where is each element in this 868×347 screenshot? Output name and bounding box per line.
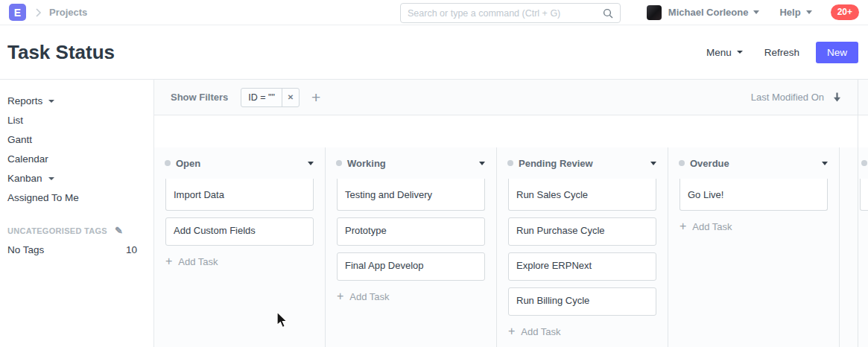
column-title: Open (176, 158, 200, 169)
page-title: Task Status (7, 41, 115, 64)
help-menu[interactable]: Help (779, 7, 811, 18)
column-indicator-dot (336, 160, 342, 166)
caret-down-icon (737, 51, 743, 54)
caret-down-icon (753, 10, 759, 14)
vertical-divider (858, 80, 858, 347)
user-avatar[interactable] (647, 5, 662, 20)
user-name: Michael Corleone (668, 7, 749, 18)
kanban-card[interactable]: Add Custom Fields (165, 217, 314, 246)
add-filter-button[interactable]: + (311, 89, 320, 105)
add-task-plus-icon: + (165, 255, 172, 267)
kanban-column-header (857, 147, 867, 179)
column-indicator-dot (679, 160, 685, 166)
tags-section-title: UNCATEGORISED TAGS (7, 226, 107, 235)
kanban-card[interactable]: Import Data (165, 179, 314, 211)
sidebar: ReportsListGanttCalendarKanbanAssigned T… (0, 80, 154, 347)
page-head: Task Status Menu Refresh New (0, 25, 868, 80)
add-task-button[interactable]: +Add Task (337, 287, 485, 305)
kanban-card[interactable]: Run Sales Cycle (508, 179, 656, 211)
add-task-button[interactable]: +Add Task (165, 252, 314, 270)
add-task-plus-icon: + (508, 325, 515, 337)
caret-down-icon (806, 10, 812, 14)
column-indicator-dot (507, 160, 513, 166)
menu-button[interactable]: Menu (706, 47, 743, 58)
navbar: E Projects Michael Corleone Help 20+ (0, 0, 868, 25)
sidebar-item-label: List (7, 115, 23, 126)
kanban-column-header: Overdue (668, 147, 839, 179)
sidebar-item-label: Kanban (7, 173, 42, 184)
caret-down-icon (48, 100, 54, 103)
kanban-board: OpenImport DataAdd Custom Fields+Add Tas… (154, 147, 868, 347)
user-menu[interactable]: Michael Corleone (668, 7, 760, 18)
kanban-column-header: Working (326, 147, 496, 179)
column-gap (840, 147, 857, 347)
kanban-column-working: WorkingTesting and DeliveryPrototypeFina… (326, 147, 497, 347)
sidebar-item-list[interactable]: List (7, 112, 153, 129)
kanban-card[interactable]: Run Billing Cycle (508, 287, 656, 316)
caret-down-icon[interactable] (479, 162, 485, 165)
kanban-card[interactable]: Testing and Delivery (337, 179, 485, 211)
tag-label: No Tags (7, 244, 44, 255)
column-indicator-dot (165, 160, 171, 166)
filter-bar: Show Filters ID = "" ✕ + Last Modified O… (154, 80, 868, 115)
caret-down-icon[interactable] (650, 162, 656, 165)
sidebar-item-kanban[interactable]: Kanban (7, 170, 153, 187)
content-area: Show Filters ID = "" ✕ + Last Modified O… (154, 80, 868, 347)
new-button[interactable]: New (816, 42, 858, 63)
add-task-label: Add Task (521, 326, 560, 337)
sidebar-item-no-tags[interactable]: No Tags 10 (7, 244, 153, 255)
notifications-badge[interactable]: 20+ (831, 4, 859, 20)
sort-field-label[interactable]: Last Modified On (751, 92, 824, 103)
kanban-column-header: Pending Review (497, 147, 668, 179)
app-logo[interactable]: E (9, 4, 26, 21)
kanban-card[interactable]: Explore ERPNext (508, 252, 656, 281)
add-task-label: Add Task (349, 291, 389, 302)
search-icon[interactable] (603, 8, 613, 19)
sort-descending-icon[interactable] (833, 92, 841, 102)
kanban-card[interactable]: Run Purchase Cycle (508, 217, 656, 246)
search-input[interactable] (408, 8, 603, 19)
tag-count: 10 (126, 244, 137, 255)
column-title: Pending Review (519, 158, 593, 169)
refresh-button[interactable]: Refresh (764, 47, 799, 58)
sidebar-item-label: Gantt (7, 134, 32, 145)
edit-tags-pencil-icon[interactable]: ✎ (115, 225, 123, 236)
sidebar-item-label: Reports (7, 95, 42, 106)
show-filters-button[interactable]: Show Filters (171, 92, 228, 103)
global-search (400, 3, 621, 23)
add-task-label: Add Task (692, 221, 732, 232)
kanban-column-header: Open (154, 147, 325, 179)
caret-down-icon[interactable] (308, 162, 314, 165)
breadcrumb[interactable]: Projects (49, 7, 87, 18)
help-label: Help (779, 7, 800, 18)
kanban-card[interactable]: Prototype (337, 217, 485, 246)
kanban-card[interactable]: Final App Develop (337, 252, 485, 281)
kanban-card[interactable] (860, 179, 868, 211)
column-indicator-dot (861, 160, 867, 166)
filter-chip[interactable]: ID = "" ✕ (241, 88, 300, 107)
remove-filter-icon[interactable]: ✕ (282, 89, 299, 106)
sidebar-item-reports[interactable]: Reports (7, 92, 153, 109)
add-task-button[interactable]: +Add Task (508, 322, 656, 340)
kanban-column-open: OpenImport DataAdd Custom Fields+Add Tas… (154, 147, 326, 347)
caret-down-icon (48, 177, 54, 180)
caret-down-icon[interactable] (822, 162, 828, 165)
breadcrumb-chevron-icon (35, 7, 42, 18)
sidebar-item-gantt[interactable]: Gantt (7, 131, 153, 148)
kanban-column-partial (857, 147, 867, 347)
filter-chip-label[interactable]: ID = "" (241, 92, 282, 103)
menu-button-label: Menu (706, 47, 732, 58)
kanban-column-overdue: OverdueGo Live!+Add Task (668, 147, 840, 347)
add-task-plus-icon: + (337, 290, 343, 302)
kanban-card[interactable]: Go Live! (679, 179, 828, 211)
column-title: Working (347, 158, 386, 169)
sidebar-item-label: Assigned To Me (7, 192, 79, 203)
add-task-label: Add Task (178, 256, 218, 267)
column-title: Overdue (690, 158, 729, 169)
add-task-button[interactable]: +Add Task (679, 217, 828, 235)
board-top-gap (154, 115, 868, 147)
sidebar-item-calendar[interactable]: Calendar (7, 150, 153, 168)
sidebar-item-assigned-to-me[interactable]: Assigned To Me (7, 189, 153, 206)
kanban-column-pending-review: Pending ReviewRun Sales CycleRun Purchas… (497, 147, 668, 347)
sidebar-item-label: Calendar (7, 153, 48, 165)
